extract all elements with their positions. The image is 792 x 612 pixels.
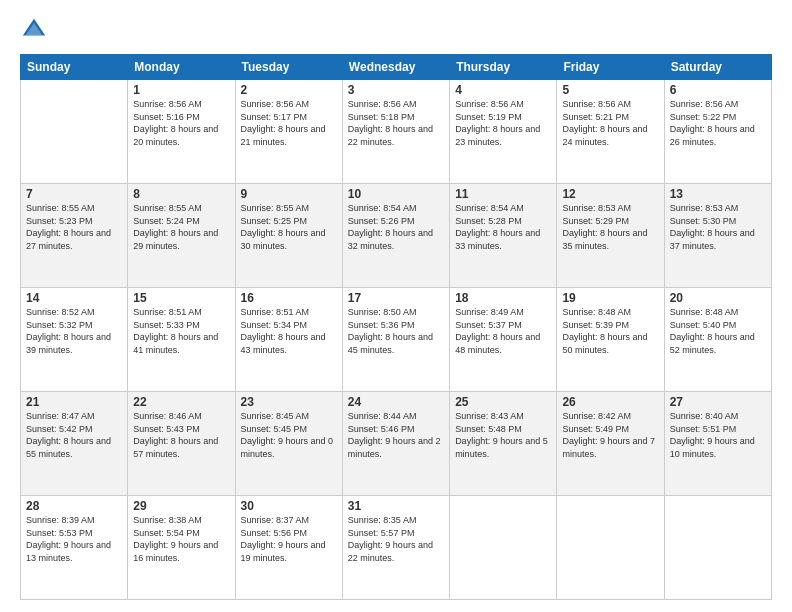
day-number: 11 <box>455 187 551 201</box>
day-info: Sunrise: 8:55 AM Sunset: 5:23 PM Dayligh… <box>26 202 122 252</box>
day-info: Sunrise: 8:54 AM Sunset: 5:26 PM Dayligh… <box>348 202 444 252</box>
day-info: Sunrise: 8:42 AM Sunset: 5:49 PM Dayligh… <box>562 410 658 460</box>
header-day-sunday: Sunday <box>21 55 128 80</box>
calendar-cell: 31Sunrise: 8:35 AM Sunset: 5:57 PM Dayli… <box>342 496 449 600</box>
calendar-table: SundayMondayTuesdayWednesdayThursdayFrid… <box>20 54 772 600</box>
day-info: Sunrise: 8:53 AM Sunset: 5:30 PM Dayligh… <box>670 202 766 252</box>
calendar-cell: 19Sunrise: 8:48 AM Sunset: 5:39 PM Dayli… <box>557 288 664 392</box>
calendar-cell: 30Sunrise: 8:37 AM Sunset: 5:56 PM Dayli… <box>235 496 342 600</box>
calendar-cell: 4Sunrise: 8:56 AM Sunset: 5:19 PM Daylig… <box>450 80 557 184</box>
day-info: Sunrise: 8:37 AM Sunset: 5:56 PM Dayligh… <box>241 514 337 564</box>
day-number: 8 <box>133 187 229 201</box>
day-number: 6 <box>670 83 766 97</box>
calendar-cell <box>557 496 664 600</box>
calendar-header-row: SundayMondayTuesdayWednesdayThursdayFrid… <box>21 55 772 80</box>
header-day-tuesday: Tuesday <box>235 55 342 80</box>
header-day-saturday: Saturday <box>664 55 771 80</box>
day-number: 26 <box>562 395 658 409</box>
calendar-cell: 10Sunrise: 8:54 AM Sunset: 5:26 PM Dayli… <box>342 184 449 288</box>
calendar-cell: 7Sunrise: 8:55 AM Sunset: 5:23 PM Daylig… <box>21 184 128 288</box>
day-number: 27 <box>670 395 766 409</box>
day-number: 4 <box>455 83 551 97</box>
day-number: 28 <box>26 499 122 513</box>
calendar-cell: 27Sunrise: 8:40 AM Sunset: 5:51 PM Dayli… <box>664 392 771 496</box>
day-info: Sunrise: 8:35 AM Sunset: 5:57 PM Dayligh… <box>348 514 444 564</box>
header-day-monday: Monday <box>128 55 235 80</box>
calendar-cell <box>664 496 771 600</box>
day-number: 14 <box>26 291 122 305</box>
day-info: Sunrise: 8:47 AM Sunset: 5:42 PM Dayligh… <box>26 410 122 460</box>
calendar-cell: 1Sunrise: 8:56 AM Sunset: 5:16 PM Daylig… <box>128 80 235 184</box>
calendar-week-1: 1Sunrise: 8:56 AM Sunset: 5:16 PM Daylig… <box>21 80 772 184</box>
day-info: Sunrise: 8:48 AM Sunset: 5:40 PM Dayligh… <box>670 306 766 356</box>
day-number: 23 <box>241 395 337 409</box>
calendar-cell <box>21 80 128 184</box>
calendar-cell: 3Sunrise: 8:56 AM Sunset: 5:18 PM Daylig… <box>342 80 449 184</box>
day-info: Sunrise: 8:52 AM Sunset: 5:32 PM Dayligh… <box>26 306 122 356</box>
day-info: Sunrise: 8:53 AM Sunset: 5:29 PM Dayligh… <box>562 202 658 252</box>
day-info: Sunrise: 8:55 AM Sunset: 5:25 PM Dayligh… <box>241 202 337 252</box>
day-info: Sunrise: 8:38 AM Sunset: 5:54 PM Dayligh… <box>133 514 229 564</box>
day-number: 15 <box>133 291 229 305</box>
calendar-cell: 9Sunrise: 8:55 AM Sunset: 5:25 PM Daylig… <box>235 184 342 288</box>
day-info: Sunrise: 8:40 AM Sunset: 5:51 PM Dayligh… <box>670 410 766 460</box>
day-info: Sunrise: 8:54 AM Sunset: 5:28 PM Dayligh… <box>455 202 551 252</box>
calendar-cell: 11Sunrise: 8:54 AM Sunset: 5:28 PM Dayli… <box>450 184 557 288</box>
header-day-thursday: Thursday <box>450 55 557 80</box>
day-number: 10 <box>348 187 444 201</box>
calendar-cell: 24Sunrise: 8:44 AM Sunset: 5:46 PM Dayli… <box>342 392 449 496</box>
calendar-cell: 20Sunrise: 8:48 AM Sunset: 5:40 PM Dayli… <box>664 288 771 392</box>
calendar-cell: 26Sunrise: 8:42 AM Sunset: 5:49 PM Dayli… <box>557 392 664 496</box>
day-info: Sunrise: 8:56 AM Sunset: 5:21 PM Dayligh… <box>562 98 658 148</box>
day-number: 31 <box>348 499 444 513</box>
calendar-cell: 16Sunrise: 8:51 AM Sunset: 5:34 PM Dayli… <box>235 288 342 392</box>
calendar-cell: 15Sunrise: 8:51 AM Sunset: 5:33 PM Dayli… <box>128 288 235 392</box>
day-info: Sunrise: 8:56 AM Sunset: 5:16 PM Dayligh… <box>133 98 229 148</box>
day-number: 5 <box>562 83 658 97</box>
calendar-page: SundayMondayTuesdayWednesdayThursdayFrid… <box>0 0 792 612</box>
day-number: 24 <box>348 395 444 409</box>
day-info: Sunrise: 8:49 AM Sunset: 5:37 PM Dayligh… <box>455 306 551 356</box>
header-day-wednesday: Wednesday <box>342 55 449 80</box>
day-info: Sunrise: 8:55 AM Sunset: 5:24 PM Dayligh… <box>133 202 229 252</box>
calendar-week-5: 28Sunrise: 8:39 AM Sunset: 5:53 PM Dayli… <box>21 496 772 600</box>
day-info: Sunrise: 8:56 AM Sunset: 5:17 PM Dayligh… <box>241 98 337 148</box>
day-info: Sunrise: 8:56 AM Sunset: 5:19 PM Dayligh… <box>455 98 551 148</box>
calendar-week-4: 21Sunrise: 8:47 AM Sunset: 5:42 PM Dayli… <box>21 392 772 496</box>
day-info: Sunrise: 8:51 AM Sunset: 5:34 PM Dayligh… <box>241 306 337 356</box>
header <box>20 16 772 44</box>
day-number: 19 <box>562 291 658 305</box>
day-info: Sunrise: 8:50 AM Sunset: 5:36 PM Dayligh… <box>348 306 444 356</box>
calendar-cell: 25Sunrise: 8:43 AM Sunset: 5:48 PM Dayli… <box>450 392 557 496</box>
header-day-friday: Friday <box>557 55 664 80</box>
day-number: 13 <box>670 187 766 201</box>
day-number: 12 <box>562 187 658 201</box>
calendar-cell: 12Sunrise: 8:53 AM Sunset: 5:29 PM Dayli… <box>557 184 664 288</box>
day-info: Sunrise: 8:46 AM Sunset: 5:43 PM Dayligh… <box>133 410 229 460</box>
logo-icon <box>20 16 48 44</box>
day-number: 3 <box>348 83 444 97</box>
logo <box>20 16 52 44</box>
calendar-cell: 8Sunrise: 8:55 AM Sunset: 5:24 PM Daylig… <box>128 184 235 288</box>
day-info: Sunrise: 8:39 AM Sunset: 5:53 PM Dayligh… <box>26 514 122 564</box>
day-number: 25 <box>455 395 551 409</box>
day-number: 30 <box>241 499 337 513</box>
calendar-cell: 13Sunrise: 8:53 AM Sunset: 5:30 PM Dayli… <box>664 184 771 288</box>
calendar-cell: 18Sunrise: 8:49 AM Sunset: 5:37 PM Dayli… <box>450 288 557 392</box>
calendar-cell: 6Sunrise: 8:56 AM Sunset: 5:22 PM Daylig… <box>664 80 771 184</box>
calendar-cell: 28Sunrise: 8:39 AM Sunset: 5:53 PM Dayli… <box>21 496 128 600</box>
calendar-cell: 14Sunrise: 8:52 AM Sunset: 5:32 PM Dayli… <box>21 288 128 392</box>
day-info: Sunrise: 8:45 AM Sunset: 5:45 PM Dayligh… <box>241 410 337 460</box>
day-info: Sunrise: 8:43 AM Sunset: 5:48 PM Dayligh… <box>455 410 551 460</box>
day-info: Sunrise: 8:48 AM Sunset: 5:39 PM Dayligh… <box>562 306 658 356</box>
day-number: 7 <box>26 187 122 201</box>
day-info: Sunrise: 8:44 AM Sunset: 5:46 PM Dayligh… <box>348 410 444 460</box>
day-info: Sunrise: 8:56 AM Sunset: 5:18 PM Dayligh… <box>348 98 444 148</box>
day-info: Sunrise: 8:56 AM Sunset: 5:22 PM Dayligh… <box>670 98 766 148</box>
calendar-cell: 22Sunrise: 8:46 AM Sunset: 5:43 PM Dayli… <box>128 392 235 496</box>
day-number: 16 <box>241 291 337 305</box>
day-number: 29 <box>133 499 229 513</box>
calendar-cell: 21Sunrise: 8:47 AM Sunset: 5:42 PM Dayli… <box>21 392 128 496</box>
calendar-cell: 23Sunrise: 8:45 AM Sunset: 5:45 PM Dayli… <box>235 392 342 496</box>
calendar-week-3: 14Sunrise: 8:52 AM Sunset: 5:32 PM Dayli… <box>21 288 772 392</box>
